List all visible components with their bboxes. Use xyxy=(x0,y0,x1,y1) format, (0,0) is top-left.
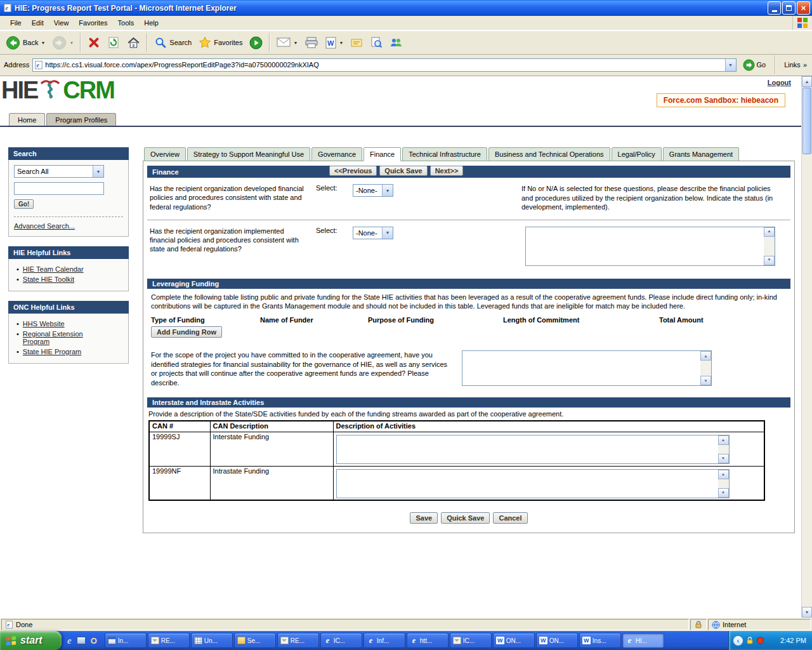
search-go-button[interactable]: Go! xyxy=(14,199,34,209)
taskbar-window-button[interactable]: Se... xyxy=(234,633,276,648)
menu-edit[interactable]: Edit xyxy=(27,17,49,29)
interstate-activities-textarea[interactable] xyxy=(337,435,718,463)
title-bar[interactable]: e HIE: Progress Report Test Portal - Mic… xyxy=(0,0,812,16)
stop-button[interactable] xyxy=(84,34,103,51)
refresh-button[interactable] xyxy=(104,34,123,51)
home-button[interactable] xyxy=(124,34,143,51)
quicklaunch-outlook-icon[interactable]: O xyxy=(91,636,97,646)
previous-button[interactable]: <<Previous xyxy=(329,166,377,176)
tray-shield-icon[interactable] xyxy=(757,637,764,644)
scroll-up-icon[interactable]: ▲ xyxy=(802,76,812,87)
print-button[interactable] xyxy=(301,35,322,50)
tab-legal-policy[interactable]: Legal/Policy xyxy=(612,147,662,161)
mail-dropdown-icon[interactable]: ▼ xyxy=(293,41,298,45)
tab-finance[interactable]: Finance xyxy=(363,147,401,161)
taskbar-window-button[interactable]: WON... xyxy=(493,633,535,648)
svg-text:e: e xyxy=(37,62,40,69)
hie-team-calendar-link[interactable]: HIE Team Calendar xyxy=(23,265,105,273)
intrastate-activities-textarea[interactable] xyxy=(337,470,718,498)
taskbar-window-button[interactable]: RE... xyxy=(277,633,319,648)
taskbar-window-button-active[interactable]: eHI... xyxy=(622,633,664,648)
scroll-down-icon[interactable]: ▼ xyxy=(718,488,729,498)
back-button[interactable]: Back ▼ xyxy=(3,34,48,52)
taskbar-window-button[interactable]: RE... xyxy=(148,633,190,648)
taskbar-window-button[interactable]: IC... xyxy=(450,633,492,648)
state-hie-toolkit-link[interactable]: State HIE Toolkit xyxy=(23,275,105,283)
go-button[interactable]: Go xyxy=(740,58,769,72)
tab-business-technical-operations[interactable]: Business and Technical Operations xyxy=(488,147,610,161)
advanced-search-link[interactable]: Advanced Search... xyxy=(14,222,75,230)
minimize-button[interactable] xyxy=(768,1,781,15)
quicklaunch-show-desktop-icon[interactable] xyxy=(77,637,86,644)
tray-collapse-icon[interactable]: ‹ xyxy=(733,636,743,646)
address-field[interactable]: e ▼ xyxy=(32,58,736,72)
mail-button[interactable]: ▼ xyxy=(273,36,301,50)
messenger-button[interactable] xyxy=(386,36,405,50)
edit-dropdown-icon[interactable]: ▼ xyxy=(339,41,343,45)
save-button[interactable]: Save xyxy=(410,512,438,524)
scroll-up-icon[interactable]: ▲ xyxy=(718,435,729,445)
menu-help[interactable]: Help xyxy=(139,17,164,29)
tab-overview[interactable]: Overview xyxy=(144,147,186,161)
discuss-button[interactable] xyxy=(347,36,366,50)
scroll-down-icon[interactable]: ▼ xyxy=(764,256,775,265)
links-menu[interactable]: Links » xyxy=(782,61,809,69)
tab-technical-infrastructure[interactable]: Technical Infrastructure xyxy=(402,147,487,161)
menu-file[interactable]: File xyxy=(5,17,27,29)
menu-favorites[interactable]: Favorites xyxy=(74,17,112,29)
tab-home[interactable]: Home xyxy=(9,113,45,126)
home-icon xyxy=(127,36,140,50)
add-funding-row-button[interactable]: Add Funding Row xyxy=(151,326,222,338)
research-button[interactable] xyxy=(367,34,386,51)
tray-lock-icon[interactable] xyxy=(747,637,753,644)
hhs-website-link[interactable]: HHS Website xyxy=(23,320,105,328)
tab-strategy[interactable]: Strategy to Support Meaningful Use xyxy=(187,147,310,161)
leveraging-funding-description: Complete the following table listing pub… xyxy=(151,293,787,312)
taskbar-window-button[interactable]: WIns... xyxy=(579,633,621,648)
taskbar-window-button[interactable]: ehtt... xyxy=(407,633,449,648)
maximize-button[interactable] xyxy=(782,1,796,15)
tab-grants-management[interactable]: Grants Management xyxy=(663,147,739,161)
next-button[interactable]: Next>> xyxy=(430,166,464,176)
tab-governance[interactable]: Governance xyxy=(311,147,362,161)
regional-extension-program-link[interactable]: Regional Extension Program xyxy=(23,330,105,345)
back-dropdown-icon[interactable]: ▼ xyxy=(41,41,45,45)
menu-view[interactable]: View xyxy=(49,17,74,29)
search-input[interactable] xyxy=(14,182,104,195)
quick-save-button-bottom[interactable]: Quick Save xyxy=(441,512,490,524)
taskbar-window-button[interactable]: eIC... xyxy=(320,633,362,648)
search-scope-select[interactable]: Search All ▼ xyxy=(14,165,104,178)
edit-button[interactable]: W ▼ xyxy=(322,35,346,51)
tab-program-profiles[interactable]: Program Profiles xyxy=(46,113,116,126)
cancel-button[interactable]: Cancel xyxy=(493,512,527,524)
forward-button[interactable]: ▼ xyxy=(49,34,77,52)
scroll-up-icon[interactable]: ▲ xyxy=(718,470,729,479)
scrollbar-track[interactable] xyxy=(802,155,812,607)
taskbar-window-button[interactable]: In... xyxy=(105,633,147,648)
address-dropdown-button[interactable]: ▼ xyxy=(725,59,736,71)
scroll-up-icon[interactable]: ▲ xyxy=(700,351,711,361)
state-hie-program-link[interactable]: State HIE Program xyxy=(23,348,105,355)
media-button[interactable] xyxy=(246,34,266,51)
logout-link[interactable]: Logout xyxy=(768,79,791,86)
quick-save-button-top[interactable]: Quick Save xyxy=(379,166,427,176)
scroll-down-icon[interactable]: ▼ xyxy=(718,454,729,463)
sustainability-textarea[interactable] xyxy=(462,351,700,385)
scroll-up-icon[interactable]: ▲ xyxy=(764,227,775,237)
scrollbar-thumb[interactable] xyxy=(802,88,811,154)
address-input[interactable] xyxy=(43,61,724,69)
start-button[interactable]: start xyxy=(0,631,62,650)
close-button[interactable]: × xyxy=(797,1,810,15)
taskbar-window-button[interactable]: Un... xyxy=(191,633,233,648)
menu-tools[interactable]: Tools xyxy=(113,17,140,29)
question-1-select[interactable]: -None- ▼ xyxy=(353,184,393,197)
scroll-down-icon[interactable]: ▼ xyxy=(700,376,711,385)
policies-description-textarea[interactable] xyxy=(526,227,764,265)
search-button[interactable]: Search xyxy=(151,34,195,51)
taskbar-window-button[interactable]: eInf... xyxy=(363,633,405,648)
favorites-button[interactable]: Favorites xyxy=(195,34,246,51)
scroll-down-icon[interactable]: ▼ xyxy=(802,607,812,618)
question-2-select[interactable]: -None- ▼ xyxy=(353,227,393,239)
quicklaunch-ie-icon[interactable]: e xyxy=(67,635,72,646)
taskbar-window-button[interactable]: WON... xyxy=(536,633,578,648)
